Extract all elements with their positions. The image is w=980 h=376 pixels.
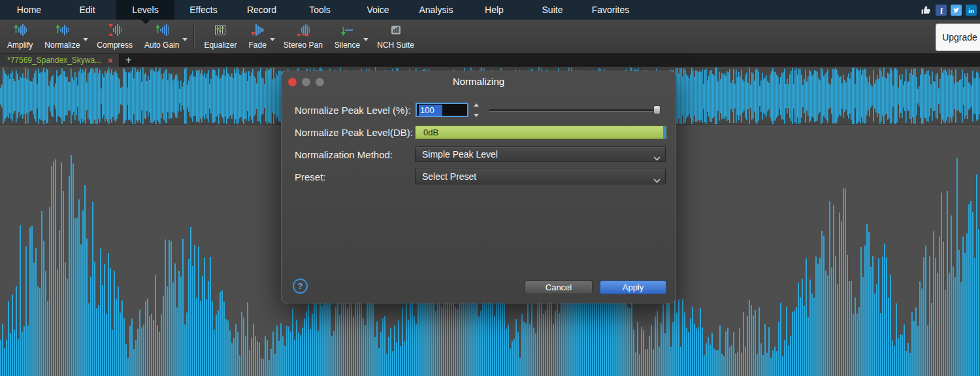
- peak-percent-input[interactable]: 100: [416, 103, 468, 117]
- peak-db-label: Normalize Peak Level(DB):: [295, 124, 413, 141]
- normalizing-dialog: Normalizing Normalize Peak Level (%): 10…: [281, 71, 676, 303]
- thumbs-up-icon[interactable]: [921, 5, 932, 16]
- toolbar-button-equalizer[interactable]: Equalizer: [198, 22, 242, 52]
- method-label: Normalization Method:: [295, 146, 393, 163]
- cancel-button[interactable]: Cancel: [525, 281, 593, 294]
- toolbar-button-label: Fade: [248, 41, 266, 50]
- method-dropdown[interactable]: Simple Peak Level: [415, 146, 666, 162]
- toolbar-button-label: Compress: [97, 41, 133, 50]
- chevron-down-icon: [653, 175, 661, 185]
- toolbar-button-label: Normalize: [44, 41, 80, 50]
- toolbar-button-amplify[interactable]: Amplify: [1, 22, 39, 52]
- toolbar-button-silence[interactable]: Silence: [329, 22, 366, 52]
- peak-percent-row: Normalize Peak Level (%): 100: [282, 102, 676, 119]
- peak-db-meter[interactable]: 0dB: [415, 126, 667, 139]
- amplify-icon: [14, 24, 27, 39]
- toolbar-button-label: Stereo Pan: [284, 41, 323, 50]
- menu-item-record[interactable]: Record: [233, 0, 291, 20]
- menu-item-tools[interactable]: Tools: [291, 0, 349, 20]
- help-button[interactable]: ?: [293, 279, 308, 294]
- menu-item-edit[interactable]: Edit: [58, 0, 116, 20]
- tab-audio-file[interactable]: *77569_Spandex_Skywa... ×: [0, 54, 120, 67]
- toolbar: AmplifyNormalizeCompressAuto GainEqualiz…: [0, 20, 980, 54]
- toolbar-button-normalize[interactable]: Normalize: [39, 22, 86, 52]
- menu-item-home[interactable]: Home: [0, 0, 58, 20]
- peak-percent-stepper[interactable]: [472, 103, 481, 117]
- dropdown-caret-icon[interactable]: [182, 38, 188, 41]
- menu-item-suite[interactable]: Suite: [523, 0, 581, 20]
- tab-bar: *77569_Spandex_Skywa... × +: [0, 54, 980, 67]
- social-icons: f in: [921, 0, 977, 20]
- dropdown-caret-icon[interactable]: [363, 38, 368, 41]
- menu-item-levels[interactable]: Levels: [116, 0, 174, 20]
- toolbar-button-auto-gain[interactable]: Auto Gain: [139, 22, 185, 52]
- active-menu-notch: [141, 20, 150, 24]
- peak-db-row: Normalize Peak Level(DB): 0dB: [282, 124, 676, 141]
- toolbar-button-label: Silence: [335, 41, 360, 50]
- slider-track[interactable]: [489, 109, 661, 112]
- peak-percent-label: Normalize Peak Level (%):: [295, 102, 411, 118]
- dropdown-caret-icon[interactable]: [83, 38, 88, 41]
- normalize-icon: [56, 24, 69, 39]
- equalizer-icon: [214, 24, 227, 39]
- toolbar-button-label: NCH Suite: [377, 41, 414, 50]
- peak-percent-value: 100: [419, 105, 442, 116]
- tab-label: *77569_Spandex_Skywa...: [7, 56, 101, 65]
- preset-row: Preset: Select Preset: [282, 169, 676, 186]
- stepper-down-icon[interactable]: [474, 114, 479, 117]
- menu-bar: HomeEditLevelsEffectsRecordToolsVoiceAna…: [0, 0, 980, 20]
- toolbar-button-nch-suite[interactable]: NCH Suite: [371, 22, 420, 52]
- apply-button[interactable]: Apply: [600, 281, 666, 294]
- twitter-icon[interactable]: [951, 5, 962, 16]
- chevron-down-icon: [653, 152, 661, 163]
- method-row: Normalization Method: Simple Peak Level: [282, 146, 676, 163]
- compress-icon: [108, 24, 122, 39]
- upgrade-button[interactable]: Upgrade: [936, 24, 980, 51]
- auto-gain-icon: [155, 24, 169, 39]
- toolbar-button-stereo-pan[interactable]: Stereo Pan: [278, 22, 329, 52]
- toolbar-button-label: Equalizer: [204, 41, 237, 50]
- toolbar-button-label: Amplify: [7, 41, 33, 50]
- preset-dropdown[interactable]: Select Preset: [415, 169, 666, 184]
- svg-text:in: in: [968, 7, 974, 14]
- toolbar-button-fade[interactable]: Fade: [242, 22, 272, 52]
- peak-percent-slider[interactable]: [489, 102, 661, 119]
- tab-close-icon[interactable]: ×: [108, 56, 113, 65]
- toolbar-buttons: AmplifyNormalizeCompressAuto GainEqualiz…: [1, 22, 420, 52]
- method-value: Simple Peak Level: [422, 149, 498, 160]
- linkedin-icon[interactable]: in: [966, 5, 977, 16]
- menu-items: HomeEditLevelsEffectsRecordToolsVoiceAna…: [0, 0, 640, 20]
- toolbar-button-compress[interactable]: Compress: [91, 22, 139, 52]
- toolbar-button-label: Auto Gain: [144, 41, 179, 50]
- dialog-title: Normalizing: [282, 76, 676, 87]
- stereo-pan-icon: [297, 24, 310, 39]
- silence-icon: [341, 24, 354, 39]
- menu-item-analysis[interactable]: Analysis: [407, 0, 465, 20]
- menu-item-effects[interactable]: Effects: [174, 0, 233, 20]
- peak-db-handle[interactable]: [663, 126, 666, 139]
- dropdown-caret-icon[interactable]: [270, 38, 275, 41]
- new-tab-button[interactable]: +: [120, 54, 138, 67]
- preset-label: Preset:: [295, 169, 326, 185]
- menu-item-favorites[interactable]: Favorites: [581, 0, 640, 20]
- toolbar-separator: [193, 24, 195, 49]
- facebook-icon[interactable]: f: [936, 5, 947, 16]
- menu-item-help[interactable]: Help: [465, 0, 523, 20]
- preset-value: Select Preset: [422, 171, 476, 182]
- peak-db-value: 0dB: [416, 128, 438, 137]
- stepper-up-icon[interactable]: [474, 103, 479, 107]
- menu-item-voice[interactable]: Voice: [349, 0, 407, 20]
- wavepad-window: HomeEditLevelsEffectsRecordToolsVoiceAna…: [0, 0, 980, 376]
- nch-suite-icon: [389, 24, 402, 39]
- slider-handle[interactable]: [653, 105, 661, 114]
- fade-icon: [251, 24, 264, 39]
